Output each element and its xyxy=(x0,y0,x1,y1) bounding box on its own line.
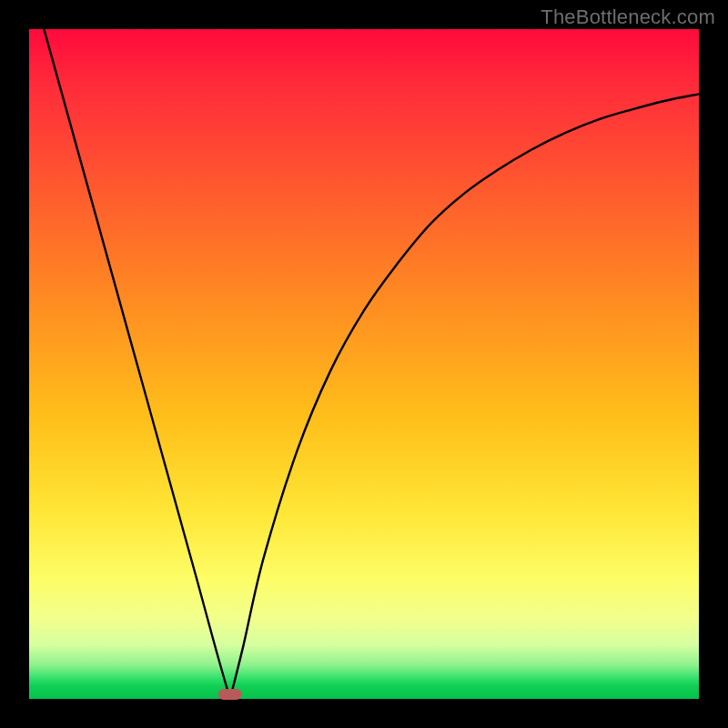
minimum-marker xyxy=(218,689,242,700)
chart-frame: TheBottleneck.com xyxy=(0,0,728,728)
watermark-text: TheBottleneck.com xyxy=(541,5,715,29)
marker-layer xyxy=(29,29,699,699)
plot-area xyxy=(29,29,699,699)
